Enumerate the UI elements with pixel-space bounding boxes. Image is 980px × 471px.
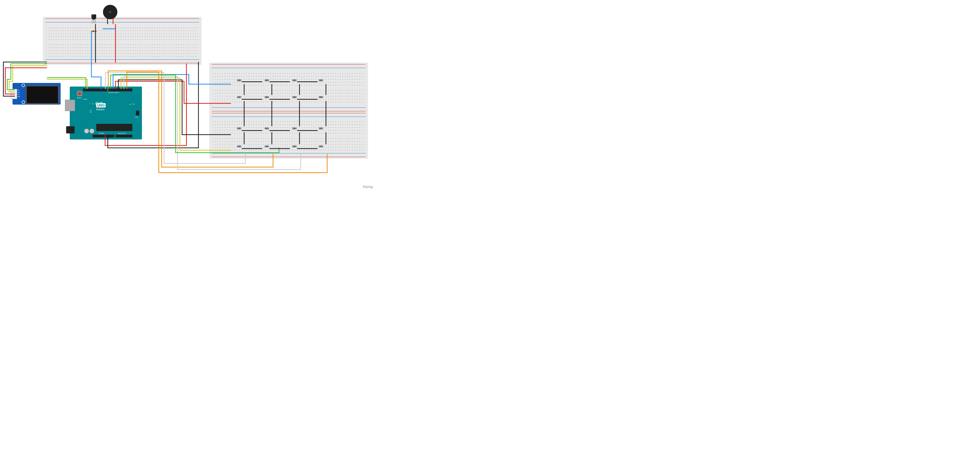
on-label: ON (132, 103, 134, 105)
tx-led-label: TX (90, 109, 92, 111)
keypad-button-r1c1[interactable] (237, 79, 241, 81)
breadboard-holes-lower (46, 42, 198, 57)
on-led (129, 104, 131, 105)
analog-pins[interactable] (116, 135, 132, 138)
transistor-label: P (92, 15, 93, 17)
rx-led-label: RX (90, 111, 92, 113)
power-rail-bottom (45, 59, 199, 64)
atmega-chip (96, 124, 132, 131)
power-rail-bottom-r (212, 153, 366, 157)
power-rail-top-r (212, 64, 366, 68)
keypad-button-r3c1[interactable] (237, 127, 241, 129)
keypad-button-r2c4[interactable] (319, 96, 323, 98)
capacitor-1 (84, 128, 89, 133)
keypad-button-r2c1[interactable] (237, 96, 241, 98)
breadboard-keypad (209, 62, 368, 159)
piezo-buzzer (103, 5, 118, 19)
oled-screen (26, 86, 59, 104)
capacitor-2 (89, 128, 94, 133)
arduino-uno-board: ⊖⊕ UNO Arduino RESET ICSP2 ICSP ON L TX … (70, 87, 142, 140)
keypad-button-r4c3[interactable] (292, 146, 297, 147)
keypad-button-r3c3[interactable] (292, 127, 297, 129)
oled-pin-gnd: GND (18, 96, 20, 97)
keypad-button-r1c3[interactable] (292, 79, 297, 81)
icsp-label: ICSP (135, 117, 138, 118)
digital-section-label: DIGITAL (PWM~) (108, 92, 119, 93)
oled-pin-sda: SDA (18, 92, 20, 93)
power-pins[interactable] (92, 135, 114, 138)
breadboard-holes-r2 (213, 88, 364, 102)
resistor (91, 30, 97, 32)
oled-display-module: SCL SDA VCC GND (13, 83, 60, 105)
reset-label: RESET (77, 97, 82, 98)
analog-section-label: ANALOG IN (118, 133, 126, 134)
keypad-button-r1c4[interactable] (319, 79, 323, 81)
keypad-button-r2c2[interactable] (265, 96, 269, 98)
digital-pins-high[interactable] (83, 89, 107, 91)
icsp2-label: ICSP2 (83, 98, 87, 100)
keypad-button-r4c1[interactable] (237, 146, 241, 147)
breadboard-top (43, 17, 202, 65)
board-model: UNO (96, 103, 106, 107)
grove-connector[interactable] (11, 89, 17, 99)
l-led-label: L (90, 103, 91, 104)
reset-button[interactable] (77, 91, 82, 96)
oled-pin-vcc: VCC (18, 94, 20, 95)
board-brand: Arduino (96, 108, 104, 111)
icsp-header[interactable] (136, 111, 139, 116)
power-jack (66, 126, 75, 133)
power-rail-mid-r (212, 107, 366, 112)
keypad-button-r1c2[interactable] (265, 79, 269, 81)
power-section-label: POWER (99, 133, 104, 134)
keypad-button-r4c4[interactable] (319, 146, 323, 147)
power-rail-top (45, 18, 199, 23)
oled-pin-scl: SCL (18, 89, 20, 91)
keypad-button-r3c2[interactable] (265, 127, 269, 129)
breadboard-holes-upper (46, 25, 198, 40)
l-led (92, 103, 94, 104)
npn-transistor: P (91, 14, 96, 20)
usb-port (65, 100, 75, 111)
breadboard-holes-r3 (213, 119, 364, 133)
mounting-hole (22, 100, 25, 104)
digital-pins-low[interactable] (108, 89, 132, 91)
power-rail-mid2-r (212, 113, 366, 117)
mounting-hole (22, 84, 25, 87)
keypad-button-r2c3[interactable] (292, 96, 297, 98)
fritzing-watermark: fritzing (363, 185, 373, 189)
keypad-button-r4c2[interactable] (265, 146, 269, 147)
breadboard-holes-r4 (213, 136, 364, 150)
breadboard-holes-r1 (213, 71, 364, 86)
keypad-button-r3c4[interactable] (319, 127, 323, 129)
